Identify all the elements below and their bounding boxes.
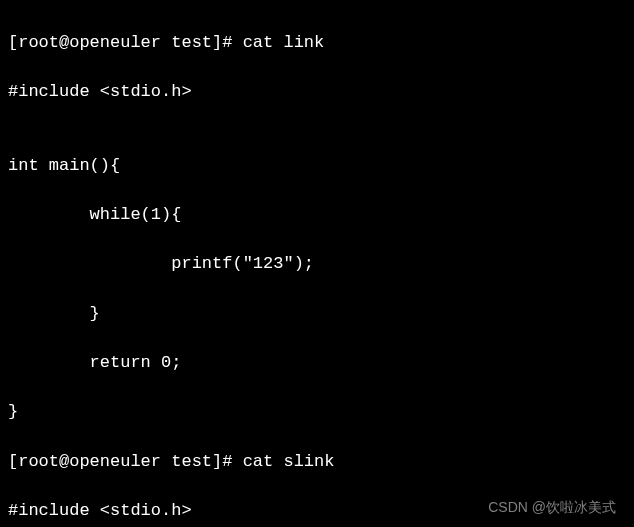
terminal-line: } — [8, 400, 626, 425]
terminal-line: [root@openeuler test]# cat link — [8, 31, 626, 56]
terminal-line: int main(){ — [8, 154, 626, 179]
terminal-line: while(1){ — [8, 203, 626, 228]
terminal-line: [root@openeuler test]# cat slink — [8, 450, 626, 475]
watermark-text: CSDN @饮啦冰美式 — [488, 497, 616, 517]
terminal-line: } — [8, 302, 626, 327]
terminal-line: return 0; — [8, 351, 626, 376]
terminal-line: printf("123"); — [8, 252, 626, 277]
terminal-line: #include <stdio.h> — [8, 80, 626, 105]
terminal-output[interactable]: [root@openeuler test]# cat link #include… — [8, 6, 626, 527]
